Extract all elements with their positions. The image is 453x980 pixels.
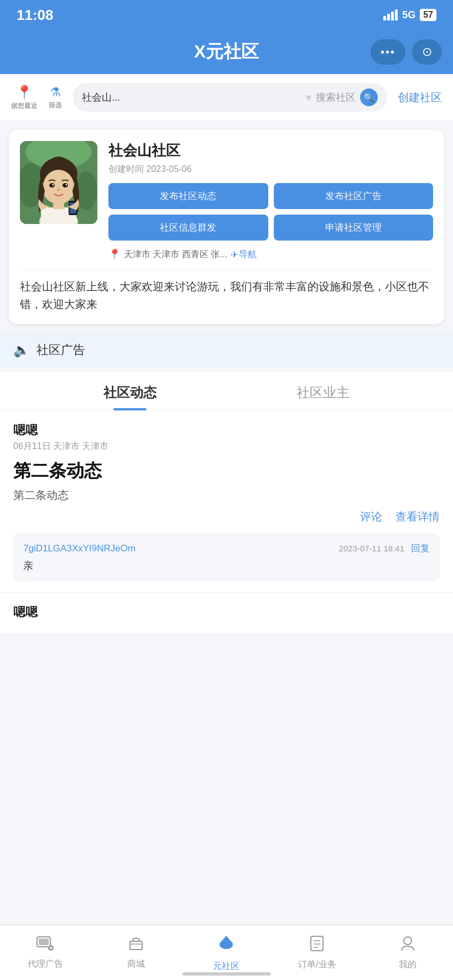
community-nav-icon bbox=[216, 934, 236, 957]
community-avatar bbox=[20, 141, 97, 224]
post-author-2: 嗯嗯 bbox=[13, 604, 440, 621]
comment-box: 7giD1LGA3XxYI9NRJeOm 2023-07-11 18:41 回复… bbox=[13, 533, 440, 581]
avatar-svg bbox=[20, 141, 97, 224]
comment-button[interactable]: 评论 bbox=[360, 509, 382, 524]
svg-point-13 bbox=[66, 184, 67, 186]
svg-point-29 bbox=[404, 937, 412, 945]
nav-spacer bbox=[0, 634, 453, 695]
community-nav-label: 元社区 bbox=[213, 961, 239, 972]
avatar-image bbox=[20, 141, 97, 224]
location-label: 据您最近 bbox=[11, 101, 38, 111]
post-content: 第二条动态 bbox=[13, 488, 440, 503]
network-label: 5G bbox=[402, 9, 415, 21]
signal-icon bbox=[383, 9, 398, 20]
action-buttons: 发布社区动态 发布社区广告 社区信息群发 申请社区管理 bbox=[108, 183, 433, 241]
nav-item-mine[interactable]: 我的 bbox=[362, 925, 453, 980]
svg-rect-22 bbox=[130, 941, 142, 950]
nav-item-shop[interactable]: 商城 bbox=[91, 925, 181, 980]
detail-button[interactable]: 查看详情 bbox=[395, 509, 440, 524]
community-name: 社会山社区 bbox=[108, 141, 433, 160]
ad-section: 🔈 社区广告 bbox=[0, 333, 453, 367]
status-icons: 5G 57 bbox=[383, 9, 436, 21]
filter-label: 筛选 bbox=[49, 101, 62, 110]
card-top: 社会山社区 创建时间 2023-05-06 发布社区动态 发布社区广告 社区信息… bbox=[20, 141, 433, 260]
svg-point-11 bbox=[63, 183, 68, 187]
post-meta: 06月11日 天津市 天津市 bbox=[13, 441, 440, 452]
shop-nav-label: 商城 bbox=[127, 958, 145, 970]
tabs-header: 社区动态 社区业主 bbox=[0, 372, 453, 411]
publish-ad-button[interactable]: 发布社区广告 bbox=[274, 183, 434, 209]
search-placeholder: 搜索社区 bbox=[316, 91, 356, 104]
home-indicator bbox=[183, 972, 271, 976]
comment-time: 2023-07-11 18:41 bbox=[339, 544, 404, 553]
status-bar: 11:08 5G 57 bbox=[0, 0, 453, 30]
create-community-button[interactable]: 创建社区 bbox=[398, 90, 442, 105]
search-input-wrapper[interactable]: 社会山... ▾ 搜索社区 🔍 bbox=[73, 83, 387, 112]
apply-manage-button[interactable]: 申请社区管理 bbox=[274, 215, 434, 241]
community-date: 创建时间 2023-05-06 bbox=[108, 164, 433, 175]
ad-label: 社区广告 bbox=[37, 342, 85, 358]
search-divider: ▾ bbox=[306, 91, 311, 104]
location-filter-group: 📍 据您最近 bbox=[11, 85, 38, 111]
location-row: 📍 天津市 天津市 西青区 张... ✈ 导航 bbox=[108, 248, 433, 260]
location-text: 天津市 天津市 西青区 张... bbox=[124, 249, 227, 260]
orders-nav-icon bbox=[309, 935, 325, 956]
group-send-button[interactable]: 社区信息群发 bbox=[108, 215, 268, 241]
pin-icon: 📍 bbox=[108, 248, 121, 260]
search-submit-button[interactable]: 🔍 bbox=[360, 88, 378, 106]
nav-item-ad[interactable]: 代理广告 bbox=[0, 925, 91, 980]
svg-point-9 bbox=[43, 170, 74, 203]
location-icon: 📍 bbox=[16, 85, 33, 100]
bottom-nav: 代理广告 商城 元社区 订单/业务 bbox=[0, 925, 453, 980]
publish-dynamics-button[interactable]: 发布社区动态 bbox=[108, 183, 268, 209]
svg-rect-18 bbox=[39, 939, 49, 945]
community-description: 社会山社区新上线，大家欢迎来讨论游玩，我们有非常丰富的设施和景色，小区也不错，欢… bbox=[20, 269, 433, 313]
camera-button[interactable]: ⊙ bbox=[412, 39, 442, 65]
post-item-2: 嗯嗯 bbox=[0, 593, 453, 634]
comment-user[interactable]: 7giD1LGA3XxYI9NRJeOm bbox=[23, 543, 136, 554]
status-time: 11:08 bbox=[17, 7, 54, 24]
post-title: 第二条动态 bbox=[13, 459, 440, 483]
comment-text: 亲 bbox=[23, 559, 430, 572]
mine-nav-icon bbox=[400, 935, 415, 956]
posts-section: 嗯嗯 06月11日 天津市 天津市 第二条动态 第二条动态 评论 查看详情 7g… bbox=[0, 411, 453, 634]
svg-point-24 bbox=[220, 940, 233, 949]
filter-group: ⚗ 筛选 bbox=[49, 85, 62, 110]
reply-button[interactable]: 回复 bbox=[411, 542, 430, 555]
header-actions: ••• ⊙ bbox=[371, 39, 442, 65]
nav-item-orders[interactable]: 订单/业务 bbox=[272, 925, 362, 980]
location-button[interactable]: 📍 据您最近 bbox=[11, 85, 38, 111]
svg-point-14 bbox=[57, 189, 60, 191]
community-card: 社会山社区 创建时间 2023-05-06 发布社区动态 发布社区广告 社区信息… bbox=[9, 130, 444, 324]
app-header: X元社区 ••• ⊙ bbox=[0, 30, 453, 74]
post-item: 嗯嗯 06月11日 天津市 天津市 第二条动态 第二条动态 评论 查看详情 7g… bbox=[0, 411, 453, 593]
navigate-button[interactable]: ✈ 导航 bbox=[231, 249, 257, 260]
current-community-text: 社会山... bbox=[82, 91, 301, 104]
ad-nav-label: 代理广告 bbox=[28, 958, 63, 970]
speaker-icon: 🔈 bbox=[13, 342, 30, 358]
camera-icon: ⊙ bbox=[422, 45, 432, 59]
search-bar: 📍 据您最近 ⚗ 筛选 社会山... ▾ 搜索社区 🔍 创建社区 bbox=[0, 74, 453, 121]
post-author: 嗯嗯 bbox=[13, 422, 440, 439]
comment-header: 7giD1LGA3XxYI9NRJeOm 2023-07-11 18:41 回复 bbox=[23, 542, 430, 555]
svg-rect-25 bbox=[311, 936, 323, 951]
search-icon: 🔍 bbox=[363, 92, 374, 103]
more-icon: ••• bbox=[381, 46, 395, 59]
more-button[interactable]: ••• bbox=[371, 39, 405, 65]
tab-dynamics[interactable]: 社区动态 bbox=[33, 372, 227, 410]
mine-nav-label: 我的 bbox=[399, 959, 416, 971]
shop-nav-icon bbox=[128, 936, 144, 955]
svg-point-12 bbox=[53, 184, 54, 186]
ad-nav-icon bbox=[37, 936, 54, 955]
navigate-icon: ✈ bbox=[231, 249, 238, 260]
post-actions: 评论 查看详情 bbox=[13, 509, 440, 524]
orders-nav-label: 订单/业务 bbox=[298, 959, 336, 971]
card-info: 社会山社区 创建时间 2023-05-06 发布社区动态 发布社区广告 社区信息… bbox=[108, 141, 433, 260]
app-title: X元社区 bbox=[194, 40, 259, 64]
battery-indicator: 57 bbox=[420, 9, 436, 21]
svg-point-10 bbox=[49, 183, 55, 187]
filter-button[interactable]: ⚗ 筛选 bbox=[49, 85, 62, 110]
filter-icon: ⚗ bbox=[50, 85, 61, 100]
tabs-section: 社区动态 社区业主 嗯嗯 06月11日 天津市 天津市 第二条动态 第二条动态 … bbox=[0, 372, 453, 634]
tab-owners[interactable]: 社区业主 bbox=[227, 372, 420, 410]
